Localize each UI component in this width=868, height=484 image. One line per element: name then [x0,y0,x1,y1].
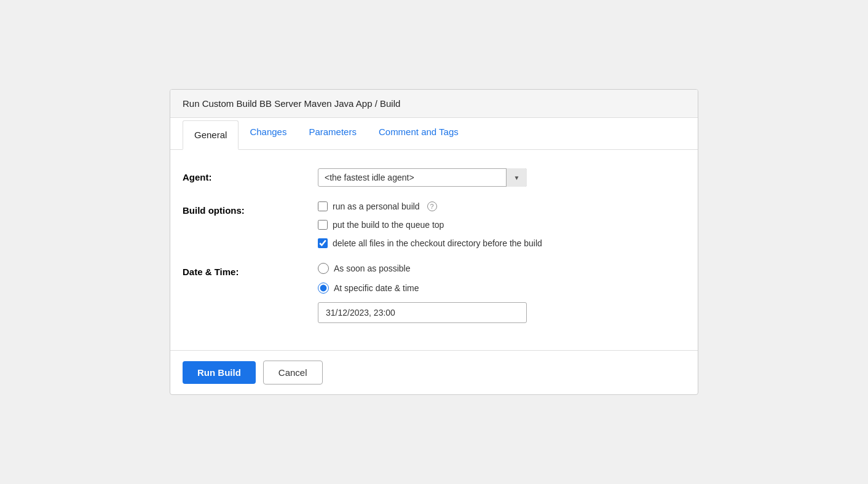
help-icon-personal[interactable]: ? [427,201,437,211]
run-build-button[interactable]: Run Build [183,361,256,384]
checkbox-delete-label[interactable]: delete all files in the checkout directo… [333,238,542,248]
agent-controls: <the fastest idle agent> [318,168,685,187]
cancel-button[interactable]: Cancel [263,361,323,384]
datetime-controls: As soon as possible At specific date & t… [318,263,685,323]
checkbox-queue-row: put the build to the queue top [318,220,685,230]
checkbox-delete-row: delete all files in the checkout directo… [318,238,685,248]
build-options-controls: run as a personal build ? put the build … [318,201,685,248]
checkbox-queue-label[interactable]: put the build to the queue top [333,220,444,230]
content-area: Agent: <the fastest idle agent> Build op… [170,150,698,350]
datetime-row: Date & Time: As soon as possible At spec… [183,263,685,323]
radio-specific-row: At specific date & time [318,283,685,294]
agent-select-wrapper: <the fastest idle agent> [318,168,527,187]
radio-asap-label[interactable]: As soon as possible [334,263,411,273]
tab-parameters[interactable]: Parameters [298,118,368,150]
checkbox-queue[interactable] [318,220,328,230]
footer: Run Build Cancel [170,350,698,394]
datetime-label: Date & Time: [183,263,318,277]
checkbox-personal[interactable] [318,201,328,211]
tab-general[interactable]: General [183,120,239,150]
radio-specific-label[interactable]: At specific date & time [334,283,419,293]
checkbox-personal-row: run as a personal build ? [318,201,685,211]
tab-comment-and-tags[interactable]: Comment and Tags [368,118,470,150]
title-text: Run Custom Build BB Server Maven Java Ap… [183,98,400,109]
tab-changes[interactable]: Changes [239,118,298,150]
checkbox-personal-label[interactable]: run as a personal build [333,201,420,211]
build-options-label: Build options: [183,201,318,216]
datetime-input[interactable] [318,302,527,323]
build-options-row: Build options: run as a personal build ?… [183,201,685,248]
radio-asap-row: As soon as possible [318,263,685,274]
title-bar: Run Custom Build BB Server Maven Java Ap… [170,90,698,118]
radio-asap[interactable] [318,263,329,274]
agent-row: Agent: <the fastest idle agent> [183,168,685,187]
checkbox-delete[interactable] [318,238,328,248]
radio-specific[interactable] [318,283,329,294]
agent-select[interactable]: <the fastest idle agent> [318,168,527,187]
dialog: Run Custom Build BB Server Maven Java Ap… [170,89,698,395]
agent-label: Agent: [183,168,318,182]
tabs-bar: General Changes Parameters Comment and T… [170,118,698,150]
